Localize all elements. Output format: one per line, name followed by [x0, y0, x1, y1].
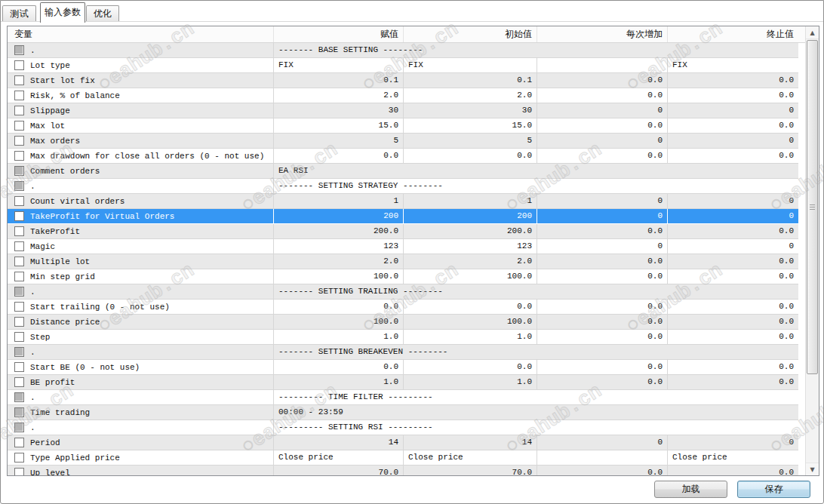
optimize-checkbox[interactable] [14, 241, 24, 251]
table-row[interactable]: Comment ordersEA RSI [8, 164, 798, 179]
table-row[interactable]: Risk, % of balance2.02.00.00.0 [8, 88, 798, 103]
optimize-checkbox[interactable] [14, 226, 24, 236]
tab-optimization[interactable]: 优化 [86, 5, 119, 21]
optimize-checkbox[interactable] [14, 75, 24, 85]
optimize-checkbox[interactable] [14, 468, 24, 475]
table-row[interactable]: .------- SETTING TRAILING -------- [8, 284, 798, 300]
param-cell-value[interactable]: 0.0 [273, 300, 403, 314]
param-cell-stop[interactable]: 0.0 [667, 315, 798, 329]
param-cell-start[interactable]: 100.0 [403, 315, 537, 329]
param-cell-start[interactable]: 1.0 [403, 375, 537, 389]
param-cell-start[interactable]: 200.0 [403, 224, 537, 238]
param-cell-value[interactable]: 100.0 [273, 269, 403, 284]
param-cell-stop[interactable]: 0 [667, 435, 798, 450]
scrollbar-thumb[interactable] [807, 40, 818, 374]
table-row[interactable]: .------- BASE SETTING -------- [8, 43, 798, 58]
param-cell-start[interactable]: 70.0 [403, 466, 537, 475]
param-cell-step[interactable]: 0.0 [537, 149, 667, 163]
table-row[interactable]: Time trading00:00 - 23:59 [8, 405, 798, 420]
optimize-checkbox[interactable] [14, 136, 24, 146]
optimize-checkbox[interactable] [14, 453, 24, 463]
param-cell-start[interactable]: FIX [403, 58, 537, 72]
table-row[interactable]: Magic12312300 [8, 239, 798, 254]
param-cell-stop[interactable]: 0 [667, 194, 798, 208]
table-row[interactable]: .--------- SETTING RSI --------- [8, 420, 798, 435]
param-cell-start[interactable]: 2.0 [403, 88, 537, 103]
param-cell-start[interactable]: 15.0 [403, 118, 537, 133]
param-cell-stop[interactable]: Close price [667, 450, 798, 465]
param-cell-value[interactable]: 1.0 [273, 330, 403, 344]
param-cell-step[interactable]: 0.0 [537, 118, 667, 133]
param-cell-start[interactable]: 14 [403, 435, 537, 450]
param-cell-value[interactable]: 15.0 [273, 118, 403, 133]
param-cell-step[interactable]: 0.0 [537, 330, 667, 344]
table-row[interactable]: Count virtal orders1100 [8, 194, 798, 209]
param-cell-value[interactable]: 0.0 [273, 149, 403, 163]
param-cell-start[interactable]: Close price [403, 450, 537, 465]
param-cell-start[interactable]: 123 [403, 239, 537, 254]
optimize-checkbox[interactable] [14, 106, 24, 115]
optimize-checkbox[interactable] [14, 121, 24, 131]
param-cell-start[interactable]: 1 [403, 194, 537, 208]
param-cell-step[interactable]: 0.0 [537, 269, 667, 284]
param-cell-value[interactable]: 2.0 [273, 254, 403, 269]
vertical-scrollbar[interactable]: ▲ ▼ [805, 26, 819, 475]
table-row[interactable]: Max drawdown for close all orders (0 - n… [8, 149, 798, 164]
param-cell-value[interactable]: FIX [273, 58, 403, 72]
param-cell-step[interactable]: 0 [537, 103, 667, 118]
table-row[interactable]: Multiple lot2.02.00.00.0 [8, 254, 798, 269]
param-cell-step[interactable]: 0.0 [537, 315, 667, 329]
param-cell-value[interactable]: 200 [273, 209, 403, 223]
param-cell-step[interactable]: 0 [537, 239, 667, 254]
table-row[interactable]: .------- SETTING STRATEGY -------- [8, 179, 798, 194]
param-cell-stop[interactable]: 0.0 [667, 375, 798, 389]
param-cell-stop[interactable]: FIX [667, 58, 798, 72]
optimize-checkbox[interactable] [14, 302, 24, 312]
param-cell-value[interactable]: 2.0 [273, 88, 403, 103]
param-cell-stop[interactable]: 0.0 [667, 300, 798, 314]
optimize-checkbox[interactable] [14, 196, 24, 206]
table-row[interactable]: Max lot15.015.00.00.0 [8, 118, 798, 134]
optimize-checkbox[interactable] [14, 362, 24, 372]
param-cell-value[interactable]: 30 [273, 103, 403, 118]
param-cell-step[interactable]: 0 [537, 209, 667, 223]
table-row[interactable]: TakeProfit for Virtual Orders20020000 [8, 209, 798, 224]
param-cell-start[interactable]: 100.0 [403, 269, 537, 284]
table-row[interactable]: BE profit1.01.00.00.0 [8, 375, 798, 390]
table-row[interactable]: Max orders5500 [8, 134, 798, 149]
param-cell-step[interactable]: 0.0 [537, 254, 667, 269]
param-cell-value[interactable]: 70.0 [273, 466, 403, 475]
param-cell-stop[interactable]: 0.0 [667, 73, 798, 88]
param-cell-stop[interactable]: 0 [667, 239, 798, 254]
param-cell-start[interactable]: 0.1 [403, 73, 537, 88]
param-cell-step[interactable]: 0.0 [537, 224, 667, 238]
optimize-checkbox[interactable] [14, 257, 24, 266]
optimize-checkbox[interactable] [14, 438, 24, 447]
param-cell-start[interactable]: 0.0 [403, 360, 537, 374]
scroll-up-icon[interactable]: ▲ [806, 26, 819, 39]
table-row[interactable]: Step1.01.00.00.0 [8, 330, 798, 345]
table-row[interactable]: Lot typeFIXFIXFIX [8, 58, 798, 73]
optimize-checkbox[interactable] [14, 377, 24, 387]
param-cell-stop[interactable]: 0.0 [667, 254, 798, 269]
param-cell-value[interactable]: 200.0 [273, 224, 403, 238]
optimize-checkbox[interactable] [14, 317, 24, 327]
param-cell-value[interactable]: 0.1 [273, 73, 403, 88]
optimize-checkbox[interactable] [14, 211, 24, 221]
param-cell-stop[interactable]: 0 [667, 103, 798, 118]
param-cell-step[interactable]: 0.0 [537, 73, 667, 88]
param-cell-step[interactable]: 0 [537, 134, 667, 148]
param-cell-value[interactable]: 00:00 - 23:59 [273, 405, 798, 419]
param-cell-value[interactable]: 14 [273, 435, 403, 450]
param-cell-stop[interactable]: 0.0 [667, 88, 798, 103]
load-button[interactable]: 加载 [654, 481, 727, 498]
param-cell-value[interactable]: EA RSI [273, 164, 798, 178]
param-cell-step[interactable]: 0 [537, 435, 667, 450]
param-cell-stop[interactable]: 0.0 [667, 269, 798, 284]
param-cell-step[interactable]: 0.0 [537, 360, 667, 374]
param-cell-start[interactable]: 1.0 [403, 330, 537, 344]
param-cell-start[interactable]: 200 [403, 209, 537, 223]
param-cell-value[interactable]: 0.0 [273, 360, 403, 374]
table-row[interactable]: Distance price100.0100.00.00.0 [8, 315, 798, 330]
param-cell-start[interactable]: 0.0 [403, 149, 537, 163]
